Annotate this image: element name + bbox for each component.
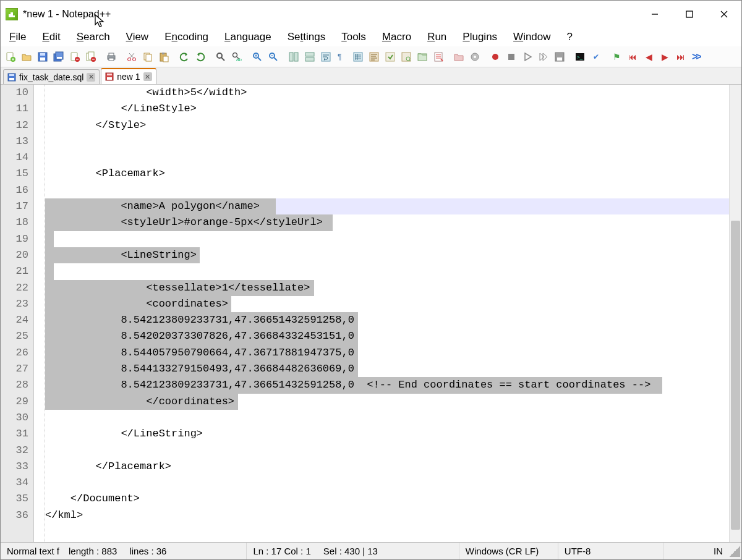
code-line[interactable] <box>45 475 729 491</box>
sync-h-icon[interactable] <box>302 49 317 64</box>
monitoring-icon[interactable] <box>467 49 482 64</box>
menu-tools[interactable]: Tools <box>336 28 371 46</box>
prev-bookmark-icon[interactable]: ⏮ <box>625 49 640 64</box>
code-line[interactable] <box>45 263 729 279</box>
paste-icon[interactable] <box>156 49 171 64</box>
code-line[interactable]: 8.544057950790664,47.36717881947375,0 <box>45 345 729 361</box>
find-icon[interactable] <box>213 49 228 64</box>
menu-view[interactable]: View <box>121 28 154 46</box>
play-macro-icon[interactable] <box>520 49 535 64</box>
menu-window[interactable]: Window <box>508 28 555 46</box>
sync-v-icon[interactable] <box>286 49 301 64</box>
code-line[interactable]: <styleUrl>#orange-5px</styleUrl> <box>45 214 729 231</box>
code-line[interactable]: <coordinates> <box>45 296 729 312</box>
cut-icon[interactable] <box>124 49 139 64</box>
open-file-icon[interactable] <box>19 49 34 64</box>
scrollbar-thumb[interactable] <box>731 221 740 530</box>
status-encoding[interactable]: UTF-8 <box>558 543 663 559</box>
folder-icon[interactable] <box>451 49 466 64</box>
code-line[interactable]: <Placemark> <box>45 166 729 182</box>
tab-new-1[interactable]: new 1 ✕ <box>101 68 156 84</box>
code-line[interactable] <box>45 231 729 247</box>
maximize-button[interactable] <box>672 1 707 28</box>
tab-label: fix_task_date.sql <box>19 72 83 82</box>
menu-edit[interactable]: Edit <box>37 28 65 46</box>
menu-encoding[interactable]: Encoding <box>160 28 213 46</box>
lang-format-icon[interactable] <box>367 49 382 64</box>
save-macro-icon[interactable] <box>552 49 567 64</box>
code-line[interactable]: </Placemark> <box>45 459 729 475</box>
menu-language[interactable]: Language <box>220 28 276 46</box>
func-list-icon[interactable] <box>399 49 414 64</box>
play-multi-icon[interactable] <box>536 49 551 64</box>
code-area[interactable]: <width>5</width> </LineStyle> </Style> <… <box>45 85 729 542</box>
code-line[interactable]: 8.544133279150493,47.36684482636069,0 <box>45 361 729 377</box>
menu-file[interactable]: File <box>4 28 31 46</box>
close-file-icon[interactable] <box>67 49 82 64</box>
terminal-icon[interactable]: >_ <box>573 49 587 64</box>
vertical-scrollbar[interactable] <box>729 85 741 542</box>
stop-macro-icon[interactable] <box>504 49 519 64</box>
code-line[interactable]: <width>5</width> <box>45 85 729 101</box>
prev-icon[interactable]: ◀ <box>641 49 656 64</box>
code-line[interactable]: <tessellate>1</tessellate> <box>45 280 729 296</box>
menu-search[interactable]: Search <box>72 28 115 46</box>
code-line[interactable] <box>45 443 729 459</box>
code-line[interactable] <box>45 182 729 198</box>
status-eol[interactable]: Windows (CR LF) <box>459 543 558 559</box>
close-tab-icon[interactable]: ✕ <box>87 73 95 82</box>
code-line[interactable]: </LineString> <box>45 426 729 442</box>
indent-guide-icon[interactable] <box>351 49 365 64</box>
zoom-out-icon[interactable] <box>266 49 281 64</box>
redo-icon[interactable] <box>193 49 208 64</box>
status-insert-mode[interactable]: IN <box>663 543 729 559</box>
code-line[interactable]: 8.542020373307826,47.36684332453151,0 <box>45 328 729 344</box>
code-line[interactable] <box>45 134 729 150</box>
bookmark-icon[interactable]: ⚑ <box>609 49 624 64</box>
minimize-button[interactable] <box>638 1 672 28</box>
print-icon[interactable] <box>104 49 119 64</box>
svg-point-20 <box>128 57 131 61</box>
code-line[interactable]: </Document> <box>45 491 729 507</box>
folder-workspace-icon[interactable] <box>415 49 430 64</box>
next-icon[interactable]: ▶ <box>657 49 672 64</box>
menu-macro[interactable]: Macro <box>377 28 416 46</box>
code-line[interactable]: </LineStyle> <box>45 101 729 117</box>
tab-fix-task-date[interactable]: fix_task_date.sql ✕ <box>3 69 100 84</box>
close-tab-icon[interactable]: ✕ <box>143 72 152 81</box>
code-line[interactable]: </coordinates> <box>45 394 729 410</box>
code-line[interactable] <box>45 410 729 426</box>
menu-help[interactable]: ? <box>562 28 578 46</box>
code-line[interactable]: <name>A polygon</name> <box>45 198 729 214</box>
code-line[interactable]: <LineString> <box>45 247 729 263</box>
resize-grip[interactable] <box>729 546 740 557</box>
save-all-icon[interactable] <box>51 49 66 64</box>
wrap-icon[interactable] <box>318 49 333 64</box>
next-bookmark-icon[interactable]: ⏭ <box>673 49 688 64</box>
undo-icon[interactable] <box>177 49 192 64</box>
copy-icon[interactable] <box>140 49 155 64</box>
code-line[interactable]: </kml> <box>45 507 729 524</box>
show-all-chars-icon[interactable]: ¶ <box>335 49 349 64</box>
close-all-icon[interactable] <box>83 49 98 64</box>
doc-list-icon[interactable] <box>431 49 446 64</box>
line-number: 20 <box>1 247 28 263</box>
code-line[interactable]: 8.542123809233731,47.36651432591258,0 <box>45 312 729 328</box>
record-macro-icon[interactable] <box>488 49 503 64</box>
menu-run[interactable]: Run <box>422 28 451 46</box>
code-line[interactable]: 8.542123809233731,47.36651432591258,0 <!… <box>45 377 729 393</box>
line-number: 14 <box>1 150 28 166</box>
menu-plugins[interactable]: Plugins <box>458 28 502 46</box>
save-icon[interactable] <box>35 49 50 64</box>
close-button[interactable] <box>707 1 741 28</box>
code-line[interactable] <box>45 150 729 166</box>
zoom-in-icon[interactable] <box>250 49 265 64</box>
toolbar: ab ¶ >_ ✔ ⚑ ⏮ ◀ ▶ ⏭ >> <box>1 46 741 67</box>
new-file-icon[interactable] <box>3 49 18 64</box>
replace-icon[interactable]: ab <box>229 49 244 64</box>
menu-settings[interactable]: Settings <box>283 28 330 46</box>
doc-map-icon[interactable] <box>383 49 398 64</box>
code-line[interactable]: </Style> <box>45 117 729 134</box>
toolbar-overflow-icon[interactable]: >> <box>689 51 702 62</box>
spell-icon[interactable]: ✔ <box>589 49 603 64</box>
